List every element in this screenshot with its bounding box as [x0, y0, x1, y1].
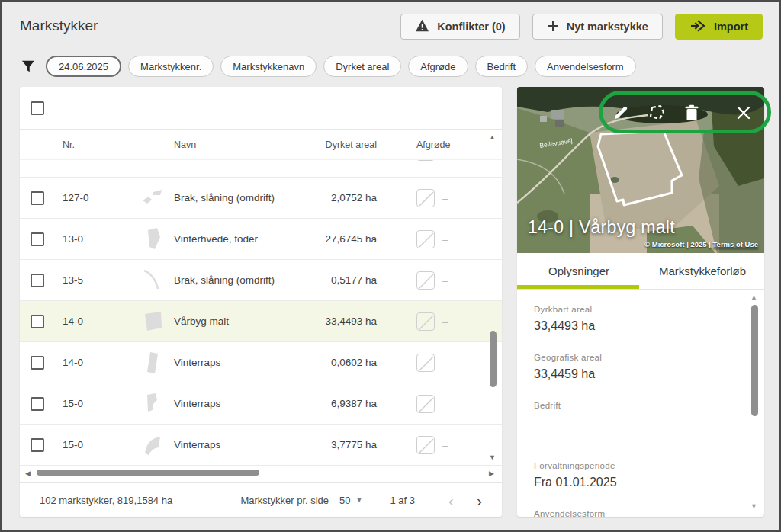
select-all-checkbox[interactable] — [31, 101, 44, 115]
crop-swatch-icon — [416, 271, 435, 290]
active-tab-indicator — [517, 285, 639, 289]
filter-chip-markstykkenavn[interactable]: Markstykkenavn — [220, 56, 317, 77]
table-row[interactable]: 14-0 Vårbyg malt 33,4493 ha – — [20, 301, 502, 342]
field-label: Anvendelsesform — [534, 509, 741, 517]
per-page-label: Markstykker pr. side — [240, 495, 329, 506]
vertical-scrollbar-thumb[interactable] — [490, 331, 497, 387]
crop-swatch-icon — [416, 354, 435, 372]
column-header-navn[interactable]: Navn — [174, 139, 305, 150]
page-indicator: 1 af 3 — [390, 495, 415, 506]
select-all-row — [20, 87, 502, 130]
edit-pencil-icon[interactable] — [612, 104, 629, 121]
crop-swatch-icon — [416, 312, 435, 331]
field-value — [534, 415, 741, 430]
terms-of-use-link[interactable]: Terms of Use — [713, 240, 758, 248]
tab-markstykkeforloeb[interactable]: Markstykkeforløb — [641, 253, 764, 289]
crop-swatch-icon — [416, 395, 435, 413]
scroll-left-arrow[interactable]: ◀ — [25, 470, 31, 477]
filter-chip-markstykkenr[interactable]: Markstykkenr. — [128, 56, 214, 77]
table-summary: 102 markstykker, 819,1584 ha — [40, 495, 172, 506]
row-checkbox[interactable] — [31, 356, 44, 370]
conflicts-button[interactable]: Konflikter (0) — [400, 14, 519, 40]
field-shape-thumbnail — [131, 160, 174, 165]
filter-chip-date[interactable]: 24.06.2025 — [46, 56, 121, 77]
field-shape-thumbnail — [131, 432, 174, 458]
field-shape-thumbnail — [131, 309, 174, 335]
column-header-areal[interactable]: Dyrket areal — [305, 139, 397, 150]
close-icon[interactable] — [737, 106, 750, 120]
field-shape-thumbnail — [131, 185, 174, 211]
scroll-down-arrow[interactable]: ▼ — [489, 454, 496, 461]
row-checkbox[interactable] — [31, 438, 44, 452]
satellite-map[interactable]: Bellevuevej 14-0 | Vårbyg malt © Microso — [517, 87, 764, 253]
edit-polygon-icon[interactable] — [648, 104, 666, 121]
crop-swatch-icon — [416, 160, 435, 161]
new-field-button[interactable]: Nyt markstykke — [532, 14, 663, 40]
filter-bar: 24.06.2025 Markstykkenr. Markstykkenavn … — [21, 56, 636, 77]
filter-chip-bedrift[interactable]: Bedrift — [475, 56, 529, 77]
import-icon — [689, 19, 706, 35]
scroll-up-arrow[interactable]: ▲ — [750, 294, 757, 301]
field-label: Geografisk areal — [534, 353, 741, 362]
table-row[interactable]: 13-5 Brak, slåning (omdrift) 0,5177 ha – — [20, 260, 502, 301]
table-row[interactable]: 14-0 Vinterraps 0,0602 ha – — [20, 342, 502, 383]
field-shape-thumbnail — [131, 350, 174, 376]
prev-page-button[interactable]: ‹ — [442, 492, 460, 508]
table-footer: 102 markstykker, 819,1584 ha Markstykker… — [20, 482, 502, 517]
map-attribution: © Microsoft | 2025 | Terms of Use — [644, 240, 758, 248]
filter-chip-anvendelsesform[interactable]: Anvendelsesform — [535, 56, 635, 77]
table-row[interactable]: 15-0 Vinterraps 6,9387 ha – — [20, 383, 502, 425]
filter-chip-dyrket-areal[interactable]: Dyrket areal — [323, 56, 401, 77]
table-column-headers: Nr. Navn Dyrket areal Afgrøde — [20, 130, 502, 160]
plus-icon — [547, 20, 559, 34]
table-row[interactable]: 127-0 Brak, slåning (omdrift) 2,0752 ha … — [20, 178, 502, 219]
field-label: Forvaltningsperiode — [534, 461, 741, 470]
field-table-panel: Nr. Navn Dyrket areal Afgrøde 121-1 Brak… — [20, 87, 502, 517]
row-checkbox[interactable] — [31, 232, 44, 246]
app-window: Markstykker Konflikter (0) Nyt markstykk… — [0, 0, 781, 532]
scroll-down-arrow[interactable]: ▼ — [750, 503, 757, 510]
page-title: Markstykker — [20, 18, 98, 34]
next-page-button[interactable]: › — [471, 492, 488, 508]
field-value: Fra 01.01.2025 — [534, 476, 741, 490]
horizontal-scrollbar: ◀ ▶ — [20, 466, 502, 482]
import-button[interactable]: Import — [675, 14, 763, 40]
field-shape-thumbnail — [131, 268, 174, 293]
tab-oplysninger[interactable]: Oplysninger — [517, 253, 641, 289]
crop-swatch-icon — [416, 230, 435, 248]
crop-swatch-icon — [416, 436, 435, 454]
field-shape-thumbnail — [131, 226, 174, 252]
crop-swatch-icon — [416, 189, 435, 207]
field-label: Dyrkbart areal — [534, 305, 741, 314]
filter-icon[interactable] — [21, 59, 35, 73]
table-row[interactable]: 15-0 Vinterraps 3,7775 ha – — [20, 425, 502, 466]
caret-down-icon: ▼ — [356, 496, 363, 504]
field-label: Bedrift — [534, 401, 741, 410]
column-header-afgroede[interactable]: Afgrøde — [397, 139, 502, 150]
header-actions: Konflikter (0) Nyt markstykke Import — [400, 14, 763, 40]
scroll-up-arrow[interactable]: ▲ — [489, 134, 496, 141]
map-toolbar — [612, 104, 750, 122]
field-value: 33,4459 ha — [534, 367, 741, 382]
detail-tabs: Oplysninger Markstykkeforløb — [517, 253, 764, 290]
field-shape-thumbnail — [131, 391, 174, 417]
table-row-partial[interactable]: 121-1 Brak, slåning (omdrift) 2,0352 ha … — [20, 160, 502, 178]
field-value: 33,4493 ha — [534, 319, 741, 334]
warning-icon — [415, 19, 429, 34]
table-row[interactable]: 13-0 Vinterhvede, foder 27,6745 ha – — [20, 219, 502, 260]
vertical-scrollbar-thumb[interactable] — [751, 305, 758, 416]
row-checkbox[interactable] — [31, 191, 44, 205]
row-checkbox[interactable] — [31, 315, 44, 328]
toolbar-divider — [718, 104, 718, 122]
scroll-right-arrow[interactable]: ▶ — [489, 470, 494, 477]
detail-fields: Dyrkbart areal 33,4493 ha Geografisk are… — [517, 290, 764, 517]
selected-field-title: 14-0 | Vårbyg malt — [528, 217, 675, 238]
filter-chip-afgroede[interactable]: Afgrøde — [408, 56, 468, 77]
per-page-select[interactable]: 50 ▼ — [339, 495, 362, 506]
horizontal-scrollbar-thumb[interactable] — [37, 470, 259, 476]
row-checkbox[interactable] — [31, 397, 44, 411]
field-detail-panel: Bellevuevej 14-0 | Vårbyg malt © Microso — [517, 87, 764, 517]
row-checkbox[interactable] — [31, 274, 44, 287]
column-header-nr[interactable]: Nr. — [63, 139, 131, 150]
delete-trash-icon[interactable] — [684, 104, 699, 121]
